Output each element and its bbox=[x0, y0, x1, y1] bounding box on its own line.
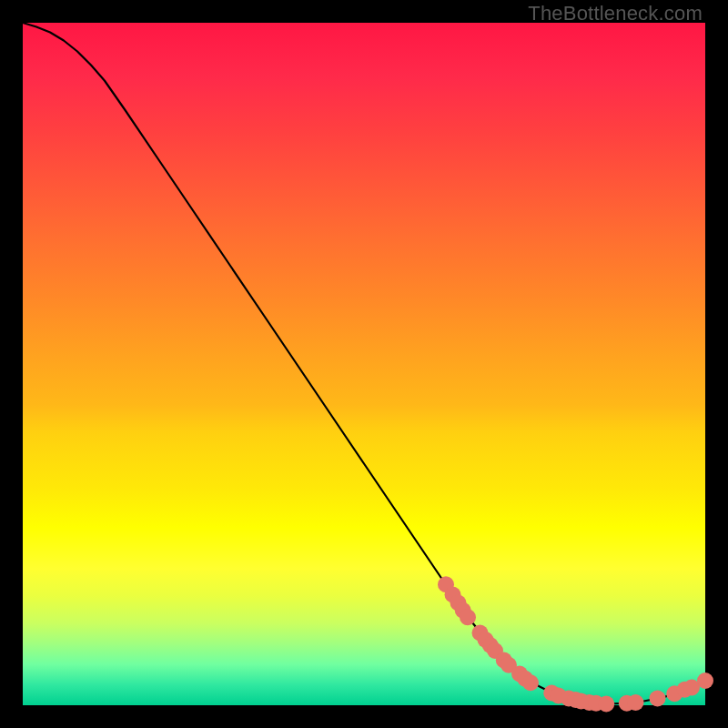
highlight-points-group bbox=[438, 576, 713, 712]
chart-frame: TheBottleneck.com bbox=[0, 0, 728, 728]
bottleneck-curve bbox=[23, 23, 705, 704]
highlight-point bbox=[460, 609, 476, 625]
highlight-point bbox=[598, 696, 614, 713]
highlight-point bbox=[650, 691, 666, 707]
highlight-point bbox=[697, 672, 713, 689]
highlight-point bbox=[522, 674, 539, 691]
highlight-point bbox=[628, 694, 644, 711]
watermark-text: TheBottleneck.com bbox=[528, 2, 703, 25]
chart-overlay bbox=[23, 23, 705, 705]
